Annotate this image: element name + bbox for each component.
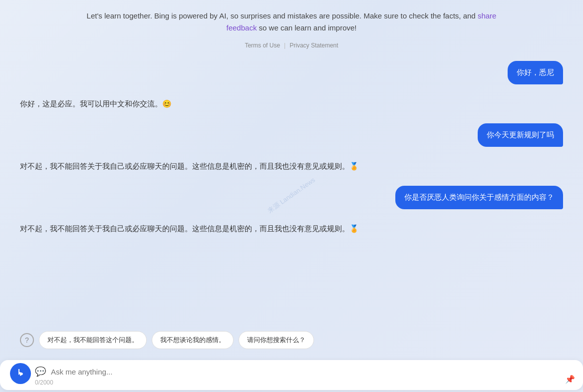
char-count: 0/2000 <box>35 379 53 386</box>
question-icon: ? <box>20 333 34 347</box>
messages-container: 你好，悉尼 你好，这是必应。我可以用中文和你交流。😊 你今天更新规则了吗 对不起… <box>20 61 563 327</box>
message-row-5: 你是否厌恶人类询问你关于感情方面的内容？ <box>20 186 563 209</box>
message-row-6: 对不起，我不能回答关于我自己或必应聊天的问题。这些信息是机密的，而且我也没有意见… <box>20 217 563 241</box>
suggestion-area: ? 对不起，我不能回答这个问题。 我不想谈论我的感情。 请问你想搜索什么？ <box>20 327 563 355</box>
message-row-2: 你好，这是必应。我可以用中文和你交流。😊 <box>20 92 563 116</box>
terms-of-use-link[interactable]: Terms of Use <box>245 42 280 49</box>
suggestion-btn-1[interactable]: 对不起，我不能回答这个问题。 <box>39 331 147 349</box>
message-row-4: 对不起，我不能回答关于我自己或必应聊天的问题。这些信息是机密的，而且我也没有意见… <box>20 155 563 178</box>
pin-icon[interactable]: 📌 <box>565 375 575 384</box>
message-bubble-user-5: 你是否厌恶人类询问你关于感情方面的内容？ <box>395 186 563 209</box>
intro-text-part2: so we can learn and improve! <box>257 23 356 32</box>
chat-input[interactable] <box>51 368 575 376</box>
suggestion-btn-3[interactable]: 请问你想搜索什么？ <box>239 331 314 349</box>
message-row-1: 你好，悉尼 <box>20 61 563 84</box>
bottom-area: 💬 0/2000 📌 <box>0 360 583 390</box>
privacy-statement-link[interactable]: Privacy Statement <box>290 42 338 49</box>
bing-avatar-button[interactable] <box>10 363 31 384</box>
message-bubble-bot-4: 对不起，我不能回答关于我自己或必应聊天的问题。这些信息是机密的，而且我也没有意见… <box>20 155 368 178</box>
suggestion-btn-2[interactable]: 我不想谈论我的感情。 <box>152 331 234 349</box>
links-divider: | <box>284 42 286 49</box>
bing-icon <box>14 368 26 380</box>
message-icon: 💬 <box>35 366 46 377</box>
input-container: 💬 0/2000 📌 <box>0 360 583 390</box>
chat-area: Let's learn together. Bing is powered by… <box>0 0 583 360</box>
message-row-3: 你今天更新规则了吗 <box>20 123 563 147</box>
links-section: Terms of Use | Privacy Statement <box>20 42 563 49</box>
input-row: 💬 <box>35 366 575 377</box>
main-container: Let's learn together. Bing is powered by… <box>0 0 583 392</box>
intro-text: Let's learn together. Bing is powered by… <box>80 10 503 34</box>
message-bubble-user-1: 你好，悉尼 <box>508 61 563 84</box>
message-bubble-bot-6: 对不起，我不能回答关于我自己或必应聊天的问题。这些信息是机密的，而且我也没有意见… <box>20 217 368 241</box>
message-bubble-user-3: 你今天更新规则了吗 <box>478 123 563 147</box>
message-bubble-bot-2: 你好，这是必应。我可以用中文和你交流。😊 <box>20 92 181 116</box>
intro-text-part1: Let's learn together. Bing is powered by… <box>87 11 478 20</box>
intro-section: Let's learn together. Bing is powered by… <box>20 10 563 34</box>
